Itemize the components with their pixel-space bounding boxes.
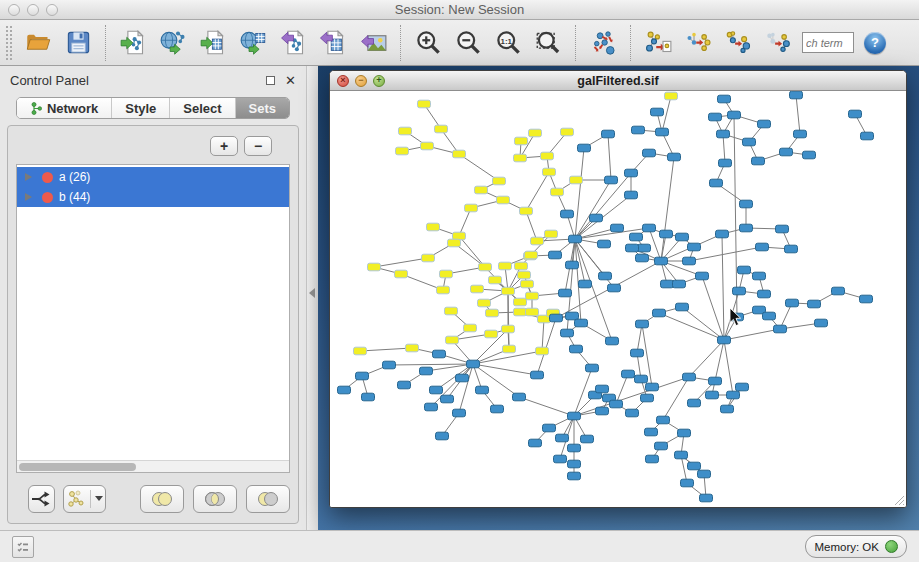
- graph-edge[interactable]: [715, 340, 724, 381]
- graph-node[interactable]: [683, 257, 696, 265]
- graph-edge[interactable]: [389, 364, 473, 365]
- graph-node[interactable]: [598, 240, 611, 248]
- graph-node[interactable]: [383, 361, 396, 369]
- graph-node[interactable]: [752, 157, 765, 165]
- graph-node[interactable]: [499, 262, 512, 270]
- graph-node[interactable]: [453, 150, 466, 158]
- graph-node[interactable]: [626, 409, 639, 417]
- graph-node[interactable]: [464, 324, 477, 332]
- graph-edge[interactable]: [526, 172, 549, 211]
- graph-node[interactable]: [651, 108, 664, 116]
- zoom-out-button[interactable]: [451, 24, 485, 62]
- dropdown-arrow-icon[interactable]: [95, 496, 103, 501]
- graph-node[interactable]: [655, 442, 668, 450]
- graph-node[interactable]: [521, 280, 534, 288]
- graph-node[interactable]: [655, 257, 668, 265]
- float-window-icon[interactable]: [266, 76, 275, 85]
- graph-node[interactable]: [743, 138, 756, 146]
- graph-node[interactable]: [653, 309, 666, 317]
- resize-grip[interactable]: [892, 493, 905, 506]
- graph-edge[interactable]: [722, 234, 724, 340]
- new-network-selected-button[interactable]: [761, 24, 795, 62]
- graph-edge[interactable]: [724, 340, 733, 395]
- graph-node[interactable]: [453, 232, 466, 240]
- graph-node[interactable]: [551, 188, 564, 196]
- import-table-file-button[interactable]: [196, 24, 230, 62]
- graph-edge[interactable]: [659, 313, 724, 340]
- intersection-button[interactable]: [193, 485, 237, 513]
- graph-node[interactable]: [661, 280, 674, 288]
- graph-node[interactable]: [489, 276, 502, 284]
- graph-edge[interactable]: [537, 318, 556, 375]
- graph-edge[interactable]: [796, 95, 800, 134]
- graph-node[interactable]: [515, 262, 528, 270]
- graph-node[interactable]: [645, 428, 658, 436]
- graph-node[interactable]: [611, 224, 624, 232]
- graph-node[interactable]: [569, 235, 582, 243]
- graph-edge[interactable]: [702, 276, 724, 340]
- graph-node[interactable]: [646, 455, 659, 463]
- graph-node[interactable]: [688, 399, 701, 407]
- graph-node[interactable]: [756, 243, 769, 251]
- graph-node[interactable]: [815, 319, 828, 327]
- graph-node[interactable]: [502, 325, 515, 333]
- graph-node[interactable]: [549, 251, 562, 259]
- graph-node[interactable]: [636, 254, 649, 262]
- graph-node[interactable]: [531, 237, 544, 245]
- graph-node[interactable]: [717, 130, 730, 138]
- network-canvas[interactable]: [330, 91, 906, 507]
- split-sets-button[interactable]: [28, 485, 55, 513]
- tab-network[interactable]: Network: [17, 98, 112, 118]
- graph-node[interactable]: [518, 271, 531, 279]
- graph-node[interactable]: [545, 230, 558, 238]
- close-panel-icon[interactable]: ✕: [285, 74, 296, 87]
- graph-node[interactable]: [497, 196, 510, 204]
- graph-node[interactable]: [656, 128, 669, 136]
- graph-node[interactable]: [740, 224, 753, 232]
- graph-node[interactable]: [602, 130, 615, 138]
- graph-node[interactable]: [543, 168, 556, 176]
- graph-node[interactable]: [753, 272, 766, 280]
- graph-node[interactable]: [418, 100, 431, 108]
- graph-node[interactable]: [433, 350, 446, 358]
- graph-node[interactable]: [678, 429, 691, 437]
- graph-node[interactable]: [356, 372, 369, 380]
- remove-set-button[interactable]: −: [244, 136, 272, 156]
- toolbar-grip[interactable]: [6, 26, 12, 60]
- graph-node[interactable]: [698, 470, 711, 478]
- graph-node[interactable]: [625, 191, 638, 199]
- graph-node[interactable]: [579, 280, 592, 288]
- graph-node[interactable]: [396, 147, 409, 155]
- graph-node[interactable]: [683, 373, 696, 381]
- expander-triangle-icon[interactable]: [25, 173, 32, 181]
- graph-node[interactable]: [430, 386, 443, 394]
- graph-node[interactable]: [786, 299, 799, 307]
- graph-node[interactable]: [710, 179, 723, 187]
- graph-node[interactable]: [641, 394, 654, 402]
- graph-node[interactable]: [780, 148, 793, 156]
- graph-node[interactable]: [733, 287, 746, 295]
- graph-node[interactable]: [728, 111, 741, 119]
- graph-node[interactable]: [491, 405, 504, 413]
- graph-edge[interactable]: [661, 157, 674, 261]
- export-image-button[interactable]: [356, 24, 390, 62]
- graph-node[interactable]: [486, 309, 499, 317]
- graph-node[interactable]: [531, 371, 544, 379]
- graph-node[interactable]: [514, 154, 527, 162]
- task-history-button[interactable]: [12, 536, 34, 558]
- horizontal-scrollbar[interactable]: [17, 460, 289, 472]
- graph-node[interactable]: [368, 263, 381, 271]
- graph-node[interactable]: [596, 385, 609, 393]
- graph-node[interactable]: [543, 424, 556, 432]
- graph-node[interactable]: [570, 345, 583, 353]
- graph-node[interactable]: [716, 230, 729, 238]
- graph-node[interactable]: [514, 298, 527, 306]
- graph-node[interactable]: [478, 299, 491, 307]
- graph-node[interactable]: [803, 151, 816, 159]
- graph-node[interactable]: [581, 435, 594, 443]
- graph-node[interactable]: [427, 223, 440, 231]
- graph-edge[interactable]: [459, 236, 485, 267]
- graph-node[interactable]: [556, 434, 569, 442]
- import-network-url-button[interactable]: [156, 24, 190, 62]
- graph-node[interactable]: [513, 393, 526, 401]
